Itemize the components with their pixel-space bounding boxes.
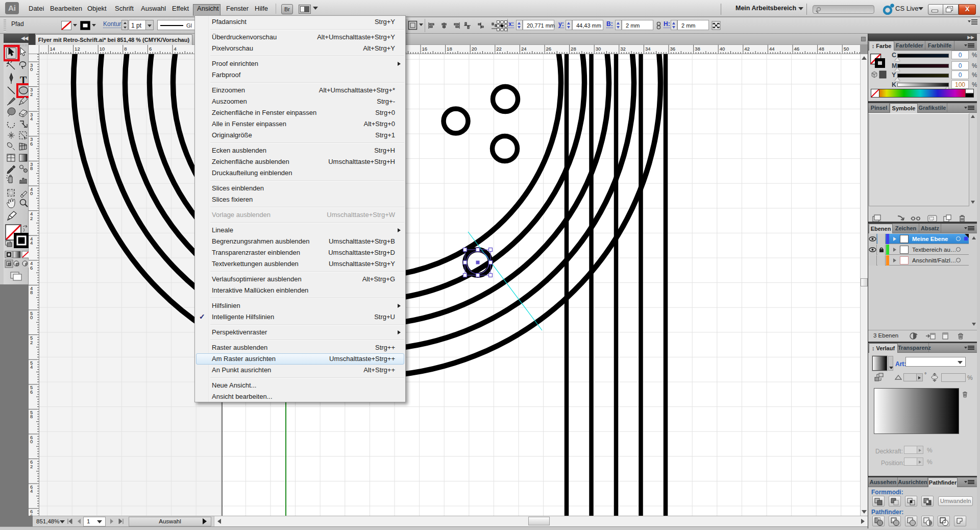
svg-text:2: 2 (30, 215, 33, 221)
svg-text:12: 12 (75, 46, 80, 52)
svg-text:6: 6 (149, 46, 152, 52)
svg-text:48: 48 (819, 46, 824, 52)
svg-text:18: 18 (447, 46, 452, 52)
svg-text:40: 40 (720, 46, 725, 52)
svg-text:32: 32 (620, 46, 626, 52)
svg-text:42: 42 (744, 46, 750, 52)
svg-text:24: 24 (521, 46, 527, 52)
svg-text:2: 2 (30, 91, 33, 97)
svg-text:8: 8 (30, 290, 33, 295)
svg-text:36: 36 (670, 46, 676, 52)
svg-text:44: 44 (769, 46, 775, 52)
svg-text:10: 10 (100, 46, 105, 52)
svg-text:22: 22 (496, 46, 502, 52)
svg-text:50: 50 (844, 46, 849, 52)
svg-text:34: 34 (645, 46, 651, 52)
svg-text:0: 0 (30, 66, 33, 72)
svg-text:4: 4 (30, 240, 33, 246)
svg-text:6: 6 (30, 141, 33, 147)
svg-text:38: 38 (695, 46, 700, 52)
svg-text:20: 20 (472, 46, 477, 52)
svg-text:2: 2 (30, 464, 33, 469)
svg-text:2: 2 (30, 340, 33, 345)
svg-text:30: 30 (596, 46, 601, 52)
svg-text:26: 26 (546, 46, 552, 52)
svg-text:4: 4 (174, 46, 177, 52)
svg-text:4: 4 (30, 364, 33, 370)
svg-text:0: 0 (30, 439, 33, 444)
svg-text:46: 46 (794, 46, 800, 52)
svg-text:16: 16 (422, 46, 428, 52)
svg-text:14: 14 (50, 46, 56, 52)
svg-text:8: 8 (124, 46, 127, 52)
svg-text:4: 4 (30, 116, 33, 122)
svg-text:28: 28 (571, 46, 576, 52)
svg-text:0: 0 (30, 190, 33, 196)
svg-text:8: 8 (30, 414, 33, 419)
svg-text:6: 6 (30, 389, 33, 395)
svg-text:4: 4 (30, 488, 33, 494)
svg-text:0: 0 (30, 315, 33, 320)
svg-text:6: 6 (30, 265, 33, 271)
svg-text:8: 8 (30, 165, 33, 171)
